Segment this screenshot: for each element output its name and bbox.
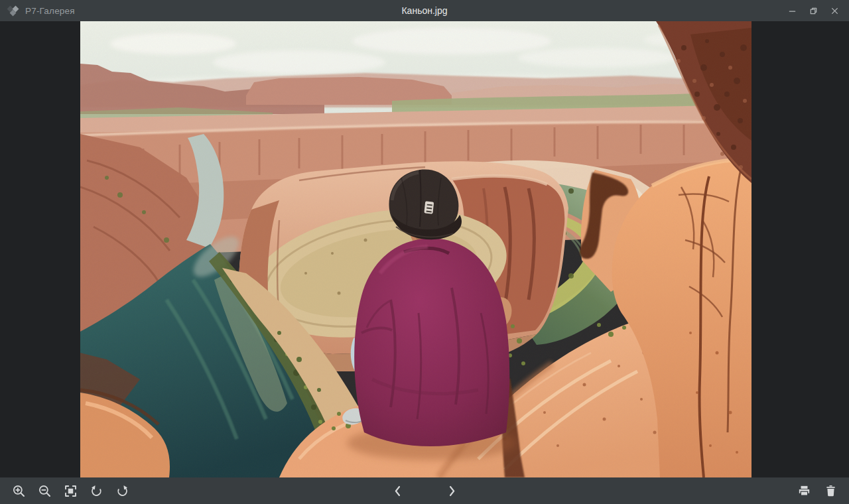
- delete-button[interactable]: [821, 481, 840, 500]
- viewer-canvas: [0, 21, 849, 477]
- next-button[interactable]: [442, 481, 461, 500]
- zoom-out-button[interactable]: [35, 481, 54, 500]
- previous-button[interactable]: [388, 481, 407, 500]
- titlebar[interactable]: Р7-Галерея Каньон.jpg: [0, 0, 849, 21]
- rotate-right-button[interactable]: [113, 481, 131, 500]
- zoom-in-button[interactable]: [9, 481, 28, 500]
- canyon-photo: [80, 21, 751, 477]
- restore-button[interactable]: [803, 0, 824, 21]
- toolbar: [0, 477, 849, 504]
- window-title: Каньон.jpg: [0, 5, 849, 16]
- print-button[interactable]: [795, 481, 813, 500]
- fit-to-screen-button[interactable]: [61, 481, 80, 500]
- film-grain-overlay: [80, 21, 751, 477]
- app-logo-icon: [7, 5, 20, 17]
- toolbar-left-group: [9, 481, 131, 500]
- minimize-button[interactable]: [781, 0, 803, 21]
- rotate-left-button[interactable]: [87, 481, 105, 500]
- window-controls: [781, 0, 849, 21]
- toolbar-center-group: [388, 481, 461, 500]
- canyon-photo-image: [80, 21, 751, 477]
- toolbar-right-group: [795, 481, 840, 500]
- titlebar-left: Р7-Галерея: [0, 5, 75, 17]
- app-window: Р7-Галерея Каньон.jpg: [0, 0, 849, 504]
- close-button[interactable]: [824, 0, 845, 21]
- app-name: Р7-Галерея: [25, 6, 75, 16]
